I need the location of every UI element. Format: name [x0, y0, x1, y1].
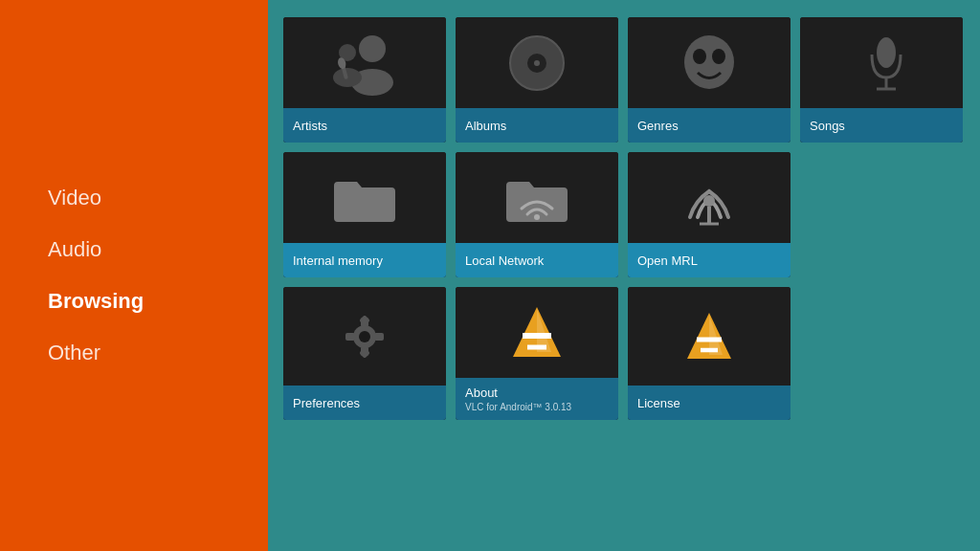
about-sublabel: VLC for Android™ 3.0.13	[465, 402, 609, 412]
songs-icon	[800, 17, 963, 108]
tile-open-mrl[interactable]: Open MRL	[628, 152, 791, 277]
internal-memory-icon	[283, 152, 446, 243]
svg-marker-33	[537, 309, 551, 352]
albums-icon	[456, 17, 618, 108]
license-label: License	[628, 386, 791, 420]
songs-label: Songs	[800, 108, 963, 143]
tile-songs[interactable]: Songs	[800, 17, 963, 143]
tile-license[interactable]: License	[628, 287, 791, 420]
tile-preferences[interactable]: Preferences	[283, 287, 446, 420]
preferences-icon	[283, 287, 446, 386]
tile-albums[interactable]: Albums	[456, 17, 618, 143]
about-label: About VLC for Android™ 3.0.13	[456, 378, 618, 420]
tile-artists[interactable]: Artists	[283, 17, 446, 143]
local-network-icon	[456, 152, 618, 243]
tile-genres[interactable]: Genres	[628, 17, 791, 143]
sidebar: Video Audio Browsing Other	[0, 0, 268, 551]
grid-row-3: Preferences About VLC for Android™ 3.0.1…	[283, 287, 963, 420]
genres-icon	[628, 17, 791, 108]
preferences-label: Preferences	[283, 386, 446, 420]
svg-point-0	[359, 35, 386, 62]
svg-point-20	[359, 331, 370, 342]
open-mrl-label: Open MRL	[628, 243, 791, 277]
sidebar-item-browsing[interactable]: Browsing	[48, 276, 220, 327]
grid-row-1: Artists Albums	[283, 17, 963, 143]
tile-about[interactable]: About VLC for Android™ 3.0.13	[456, 287, 618, 420]
sidebar-item-other[interactable]: Other	[48, 327, 220, 379]
svg-point-16	[703, 195, 715, 207]
svg-rect-24	[374, 333, 384, 341]
grid-row-2: Internal memory Local Network	[283, 152, 963, 277]
sidebar-item-video[interactable]: Video	[48, 172, 220, 224]
artists-icon	[283, 17, 446, 108]
genres-label: Genres	[628, 108, 791, 143]
svg-point-12	[877, 37, 896, 68]
svg-point-8	[534, 60, 540, 66]
svg-rect-23	[345, 333, 355, 341]
open-mrl-icon	[628, 152, 791, 243]
local-network-label: Local Network	[456, 243, 618, 277]
tile-local-network[interactable]: Local Network	[456, 152, 618, 277]
artists-label: Artists	[283, 108, 446, 143]
about-icon	[456, 287, 618, 378]
albums-label: Albums	[456, 108, 618, 143]
license-icon	[628, 287, 791, 386]
sidebar-item-audio[interactable]: Audio	[48, 224, 220, 276]
svg-point-9	[684, 35, 734, 89]
svg-point-15	[534, 214, 540, 220]
main-content: Artists Albums	[268, 0, 980, 551]
internal-memory-label: Internal memory	[283, 243, 446, 277]
svg-point-10	[693, 49, 706, 64]
svg-point-11	[712, 49, 725, 64]
tile-internal-memory[interactable]: Internal memory	[283, 152, 446, 277]
